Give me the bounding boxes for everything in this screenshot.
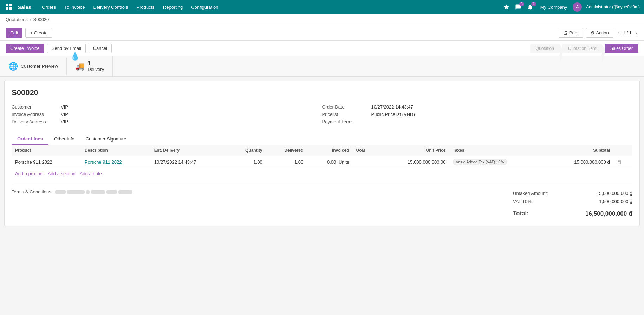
customer-preview-label: Customer Preview — [21, 64, 58, 69]
row-product: Porsche 911 2022 — [12, 156, 81, 168]
pipeline-step-quotation-sent[interactable]: Quotation Sent — [562, 44, 602, 53]
grid-menu-icon[interactable] — [4, 2, 14, 12]
delivery-label: Delivery — [87, 67, 104, 72]
create-invoice-button[interactable]: Create Invoice — [6, 44, 44, 53]
col-quantity: Quantity — [228, 145, 266, 156]
row-delete[interactable]: 🗑 — [613, 156, 632, 168]
delete-icon[interactable]: 🗑 — [617, 159, 622, 165]
tab-order-lines[interactable]: Order Lines — [12, 133, 48, 145]
status-bar: Create Invoice Send by Email Cancel 💧 Qu… — [0, 41, 644, 56]
svg-rect-3 — [9, 7, 12, 10]
pagination: ‹ 1 / 1 › — [616, 29, 638, 37]
activity-badge: 1 — [531, 2, 536, 6]
prev-page-arrow[interactable]: ‹ — [616, 29, 621, 37]
create-button[interactable]: + Create — [25, 28, 52, 38]
col-description: Description — [81, 145, 151, 156]
pipeline: Quotation Quotation Sent Sales Order — [530, 44, 638, 53]
row-quantity: 1.00 — [228, 156, 266, 168]
print-button[interactable]: 🖨 Print — [559, 28, 583, 38]
col-uom: UoM — [353, 145, 378, 156]
invoice-address-row: Invoice Address VIP — [12, 112, 315, 117]
order-lines-table: Product Description Est. Delivery Quanti… — [12, 145, 632, 168]
customer-label: Customer — [12, 104, 61, 110]
globe-icon: 🌐 — [8, 62, 18, 71]
col-invoiced: Invoiced — [307, 145, 352, 156]
tabs: Order Lines Other Info Customer Signatur… — [12, 133, 632, 145]
col-unit-price: Unit Price — [378, 145, 449, 156]
form-left: Customer VIP Invoice Address VIP Deliver… — [12, 104, 322, 126]
untaxed-label: Untaxed Amount: — [513, 191, 548, 196]
terms-block-2 — [67, 190, 85, 194]
user-avatar[interactable]: A — [573, 2, 582, 12]
terms-block-4 — [91, 190, 105, 194]
nav-delivery-controls[interactable]: Delivery Controls — [90, 0, 131, 14]
untaxed-row: Untaxed Amount: 15,000,000,000 ₫ — [513, 189, 632, 197]
total-value: 16,500,000,000 ₫ — [585, 210, 632, 217]
order-date-value[interactable]: 10/27/2022 14:43:47 — [371, 104, 413, 110]
company-name[interactable]: My Company — [540, 5, 567, 10]
nav-products[interactable]: Products — [133, 0, 158, 14]
add-section-link[interactable]: Add a section — [48, 171, 76, 176]
description-link[interactable]: Porsche 911 2022 — [85, 159, 122, 165]
add-product-link[interactable]: Add a product — [15, 171, 44, 176]
pricelist-value[interactable]: Public Pricelist (VND) — [371, 112, 415, 117]
send-by-email-button[interactable]: Send by Email — [47, 44, 86, 53]
edit-button[interactable]: Edit — [6, 28, 22, 38]
gear-icon: ⚙ — [591, 30, 595, 35]
pricelist-row: Pricelist Public Pricelist (VND) — [322, 112, 626, 117]
col-subtotal: Subtotal — [546, 145, 613, 156]
svg-rect-2 — [6, 7, 8, 10]
terms-block-5 — [106, 190, 117, 194]
top-right-icons: 6 1 My Company A Administrator (fj6nyue0… — [502, 2, 640, 12]
delivery-address-value[interactable]: VIP — [61, 119, 68, 124]
nav-orders[interactable]: Orders — [38, 0, 59, 14]
row-est-delivery: 10/27/2022 14:43:47 — [151, 156, 228, 168]
payment-terms-row: Payment Terms — [322, 119, 626, 124]
nav-configuration[interactable]: Configuration — [188, 0, 222, 14]
form-right: Order Date 10/27/2022 14:43:47 Pricelist… — [322, 104, 633, 126]
top-nav: Sales Orders To Invoice Delivery Control… — [0, 0, 644, 14]
smart-buttons: 🌐 Customer Preview 🚚 1 Delivery — [0, 56, 644, 77]
row-taxes: Value Added Tax (VAT) 10% — [449, 156, 546, 168]
terms-placeholder — [55, 190, 132, 194]
next-page-arrow[interactable]: › — [634, 29, 638, 37]
delivery-count: 1 — [87, 60, 104, 67]
page-count: 1 / 1 — [623, 30, 632, 35]
svg-rect-1 — [9, 4, 12, 6]
chat-icon[interactable]: 6 — [514, 2, 523, 12]
total-label: Total: — [513, 210, 529, 217]
customer-value[interactable]: VIP — [61, 104, 68, 110]
row-description[interactable]: Porsche 911 2022 — [81, 156, 151, 168]
nav-reporting[interactable]: Reporting — [160, 0, 186, 14]
row-invoiced: 0.00 Units — [307, 156, 352, 168]
col-actions — [613, 145, 632, 156]
pipeline-step-quotation[interactable]: Quotation — [530, 44, 560, 53]
delivery-address-row: Delivery Address VIP — [12, 119, 315, 124]
row-subtotal: 15,000,000,000 ₫ — [546, 156, 613, 168]
star-icon[interactable] — [502, 2, 511, 12]
tab-other-info[interactable]: Other Info — [48, 133, 80, 145]
invoice-address-value[interactable]: VIP — [61, 112, 68, 117]
customer-preview-button[interactable]: 🌐 Customer Preview — [0, 58, 67, 75]
delivery-address-label: Delivery Address — [12, 119, 61, 124]
truck-icon: 🚚 — [75, 62, 85, 71]
vat-label: VAT 10%: — [513, 199, 533, 204]
terms-block-6 — [118, 190, 132, 194]
app-name[interactable]: Sales — [18, 4, 31, 10]
col-delivered: Delivered — [266, 145, 307, 156]
order-form: Customer VIP Invoice Address VIP Deliver… — [12, 104, 632, 126]
chat-badge: 6 — [519, 2, 524, 6]
vat-value: 1,500,000,000 ₫ — [599, 199, 632, 204]
activity-icon[interactable]: 1 — [526, 2, 535, 12]
nav-to-invoice[interactable]: To Invoice — [61, 0, 89, 14]
user-name[interactable]: Administrator (fj6nyue0vi9m) — [586, 5, 640, 9]
breadcrumb-parent[interactable]: Quotations — [6, 17, 28, 22]
cancel-button[interactable]: Cancel — [89, 44, 112, 53]
invoice-address-label: Invoice Address — [12, 112, 61, 117]
tab-customer-signature[interactable]: Customer Signature — [80, 133, 132, 145]
action-button[interactable]: ⚙ Action — [586, 28, 613, 38]
add-note-link[interactable]: Add a note — [80, 171, 102, 176]
pipeline-step-sales-order[interactable]: Sales Order — [605, 44, 638, 53]
svg-rect-0 — [6, 4, 8, 6]
terms-section: Terms & Conditions: — [12, 189, 132, 199]
